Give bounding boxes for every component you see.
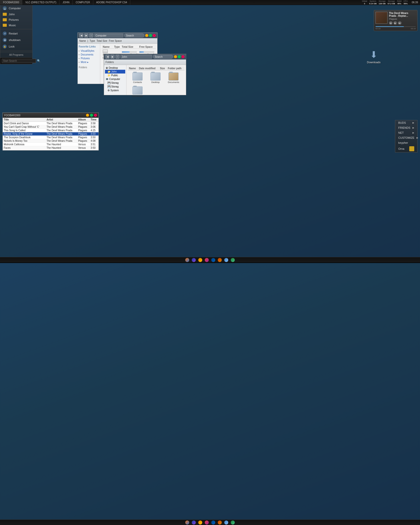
john-minimize[interactable]: _ (174, 55, 177, 58)
john-toolbar-folders[interactable]: Folders (106, 61, 114, 64)
folder-documents[interactable]: Documents (166, 72, 181, 84)
media-progress-bar[interactable] (376, 26, 416, 27)
task-computer[interactable]: COMPUTER (73, 0, 93, 5)
foobar-playlist[interactable]: Title Artist Album Time Don't Drink and … (3, 118, 98, 150)
start-menu-item-computer[interactable]: 💻 Computer (0, 5, 32, 12)
media-prev-button[interactable]: ⏮ (389, 21, 392, 25)
foobar-close[interactable]: × (94, 114, 97, 117)
track-row-3[interactable]: This Song Is CalledThe Devil Wears Prada… (3, 129, 98, 132)
dock-inkscape[interactable] (191, 257, 196, 263)
dock-audacity[interactable] (204, 257, 210, 263)
context-item-keypher[interactable]: keypher (395, 140, 417, 145)
john-nav-up[interactable]: ↑ (116, 55, 120, 59)
nav-up-button[interactable]: ↑ (89, 34, 93, 38)
dock-bottom-audacity[interactable] (204, 520, 210, 525)
dock-screenlets[interactable] (230, 257, 236, 263)
systray-ram[interactable]: RAM 45% (397, 0, 402, 5)
track-row-8[interactable]: FacesThe HauntedVersus3:50 (3, 146, 98, 150)
tree-storag1[interactable]: 💾 Storag (105, 81, 125, 85)
dock-firefox[interactable] (184, 257, 190, 263)
media-controls: ⏮ ▶ ⏭ (389, 21, 416, 25)
context-item-net[interactable]: NET ▶ (395, 130, 417, 135)
john-maximize[interactable]: □ (178, 55, 181, 58)
context-item-customize[interactable]: CUSTOMIZE ▶ (395, 135, 417, 140)
track-row-9[interactable]: Little CageThe HauntedVersus3:15 (3, 150, 98, 150)
nav-forward-button[interactable]: ▶ (84, 34, 88, 38)
track-row-6[interactable]: Nickels Is Money TooThe Devil Wears Prad… (3, 139, 98, 143)
start-menu-item-music[interactable]: Music (0, 22, 32, 28)
folder-desktop[interactable]: Desktop (148, 72, 163, 84)
toolbar-freespace[interactable]: Free Space (109, 40, 122, 42)
john-address-bar[interactable]: John (120, 55, 152, 59)
systray-cpu[interactable]: CPU 55% (404, 0, 408, 5)
toolbar-organize[interactable]: Name (79, 40, 86, 42)
dock-bottom-screenlets[interactable] (230, 520, 236, 525)
context-item-friends[interactable]: FRIENDS ▶ (395, 125, 417, 130)
downloads-desktop-icon[interactable]: Downloads (364, 49, 384, 64)
foobar-minimize[interactable]: _ (86, 114, 89, 117)
folder-downloads[interactable]: Downloads (130, 86, 145, 98)
task-vlc[interactable]: VLC (DIRECTED OUTPUT) (22, 0, 60, 5)
sidebar-link-more[interactable]: More ▸ (79, 60, 99, 64)
dock-bottom-pidgin[interactable] (224, 520, 229, 525)
task-photoshop[interactable]: ADOBE PHOTOSHOP CS4 (93, 0, 130, 5)
sidebar-link-pictures[interactable]: Pictures (79, 56, 99, 60)
all-programs-button[interactable]: All Programs (0, 52, 32, 58)
task-foobar[interactable]: FOOBAR2000 (0, 0, 22, 5)
john-search-bar[interactable]: Search (153, 55, 173, 59)
nav-back-button[interactable]: ◀ (79, 34, 83, 38)
explorer-sidebar: Favorite Links VisualStyles Documents Pi… (78, 44, 100, 84)
start-menu-item-lock[interactable]: 🔒 Lock (0, 43, 32, 50)
dock-vlc[interactable] (198, 257, 203, 263)
foobar-maximize[interactable]: □ (90, 114, 93, 117)
john-close[interactable]: × (182, 55, 184, 58)
context-item-orna[interactable]: Orna (395, 145, 417, 152)
tree-john[interactable]: 📁 John (105, 70, 125, 74)
address-bar[interactable]: Computer (94, 34, 123, 38)
task-john[interactable]: JOHN (60, 0, 72, 5)
maximize-button[interactable]: □ (149, 34, 152, 37)
media-title: The Devil Wears Prada - Reptar... (389, 12, 416, 17)
start-search-input[interactable] (2, 59, 36, 63)
start-menu-item-pictures[interactable]: Pictures (0, 17, 32, 22)
systray-storage1[interactable]: Storage 128 GB (378, 0, 386, 5)
track-row-7[interactable]: Motronik CalitossaThe HauntedVersus3:51 (3, 143, 98, 146)
dock-bottom-firefox[interactable] (184, 520, 190, 525)
dock-bottom-vlc[interactable] (198, 520, 203, 525)
systray-gmail[interactable]: GMail 0 (362, 0, 367, 5)
dock-bottom-flash[interactable] (217, 520, 222, 525)
close-button[interactable]: × (153, 34, 156, 37)
folder-contacts[interactable]: Contacts (130, 72, 145, 84)
track-row-5[interactable]: The Scorpion DeathlookThe Devil Wears Pr… (3, 136, 98, 139)
media-play-button[interactable]: ▶ (394, 21, 397, 25)
minimize-button[interactable]: _ (145, 34, 148, 37)
track-row-4-playing[interactable]: Reptar, King of the OzoneThe Devil Wears… (3, 132, 98, 136)
start-menu-item-john[interactable]: John (0, 12, 32, 17)
tree-system[interactable]: ⚙ System (105, 88, 125, 92)
john-nav-forward[interactable]: ▶ (110, 55, 114, 59)
toolbar-views[interactable]: Type (90, 40, 95, 42)
dock-pidgin[interactable] (224, 257, 229, 263)
track-row-1[interactable]: Don't Drink and DanceThe Devil Wears Pra… (3, 122, 98, 125)
dock-flash[interactable] (217, 257, 222, 263)
systray-system[interactable]: System 9.14 GB (369, 0, 377, 5)
dock-photoshop[interactable] (210, 257, 216, 263)
start-menu-item-restart[interactable]: ↺ Restart (0, 30, 32, 37)
context-item-buds[interactable]: BUDS ▶ (395, 120, 417, 125)
john-nav-back[interactable]: ◀ (106, 55, 110, 59)
tree-storag2[interactable]: 💾 Storag (105, 85, 125, 88)
systray-storage2[interactable]: Storage 67.2 GB (388, 0, 395, 5)
dock-bottom-photoshop[interactable] (210, 520, 216, 525)
tree-desktop[interactable]: 🖥 Desktop (105, 66, 125, 70)
media-next-button[interactable]: ⏭ (398, 21, 402, 25)
toolbar-size[interactable]: Total Size (96, 40, 107, 42)
tree-computer[interactable]: 💻 Computer (105, 77, 125, 81)
start-menu-item-shutdown[interactable]: ⏻ shutdown (0, 37, 32, 43)
sidebar-link-documents[interactable]: Documents (79, 53, 99, 56)
tree-public[interactable]: 📁 Public (105, 74, 125, 77)
search-bar[interactable]: Search (124, 34, 144, 38)
drive-c-progress (122, 51, 137, 53)
dock-bottom-inkscape[interactable] (191, 520, 196, 525)
sidebar-link-visualstyles[interactable]: VisualStyles (79, 49, 99, 53)
track-row-2[interactable]: You Can't Spell Crap Without 'C'The Devi… (3, 125, 98, 129)
